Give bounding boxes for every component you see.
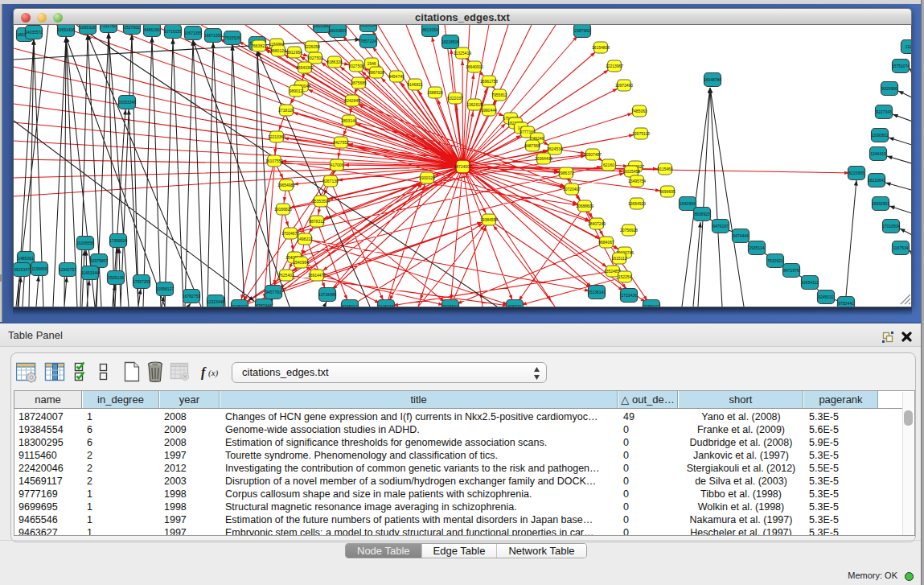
svg-text:8660124: 8660124 <box>270 48 286 53</box>
svg-text:12093822: 12093822 <box>871 133 889 138</box>
svg-text:8242845: 8242845 <box>344 98 360 103</box>
svg-text:17359924: 17359924 <box>109 238 127 243</box>
svg-text:8878312: 8878312 <box>309 219 325 224</box>
svg-text:18407249: 18407249 <box>588 221 606 226</box>
svg-text:1362615: 1362615 <box>466 102 483 107</box>
svg-text:16640910: 16640910 <box>466 64 483 69</box>
svg-text:1930028: 1930028 <box>419 175 435 180</box>
svg-text:8318054: 8318054 <box>360 25 376 27</box>
svg-text:9146821: 9146821 <box>407 82 423 87</box>
svg-text:13654923: 13654923 <box>628 201 646 206</box>
svg-text:417006: 417006 <box>331 163 344 167</box>
svg-text:989012: 989012 <box>290 89 303 93</box>
svg-text:20691406: 20691406 <box>57 27 75 32</box>
svg-text:12942757: 12942757 <box>59 267 76 272</box>
svg-text:8471676: 8471676 <box>783 268 799 273</box>
svg-text:8427552: 8427552 <box>333 140 349 145</box>
svg-text:16154808: 16154808 <box>592 45 610 50</box>
svg-text:16782759: 16782759 <box>183 294 200 299</box>
svg-text:20053346: 20053346 <box>118 100 136 105</box>
svg-text:15692951: 15692951 <box>872 201 889 206</box>
svg-text:1498222: 1498222 <box>297 237 313 241</box>
svg-text:12323448: 12323448 <box>207 299 224 304</box>
svg-text:10654112: 10654112 <box>801 280 819 285</box>
svg-text:9227343: 9227343 <box>876 109 892 114</box>
svg-text:10719155: 10719155 <box>164 29 182 34</box>
svg-text:3624534: 3624534 <box>547 146 563 151</box>
svg-text:1117: 1117 <box>906 44 912 49</box>
svg-text:62160: 62160 <box>603 163 614 167</box>
svg-text:9327503: 9327503 <box>307 56 323 60</box>
svg-text:13716485: 13716485 <box>318 292 336 297</box>
svg-text:9329966: 9329966 <box>881 86 897 91</box>
svg-text:6322037: 6322037 <box>447 96 463 101</box>
svg-text:14035572: 14035572 <box>25 30 43 35</box>
svg-text:2387682: 2387682 <box>574 28 590 33</box>
svg-text:3912954: 3912954 <box>286 50 302 55</box>
svg-text:18218506: 18218506 <box>441 39 459 44</box>
svg-text:10720407: 10720407 <box>563 187 581 192</box>
svg-text:8938923: 8938923 <box>694 212 710 216</box>
svg-text:16648784: 16648784 <box>704 77 721 82</box>
svg-text:32975867: 32975867 <box>90 258 108 263</box>
svg-text:2505135: 2505135 <box>108 275 124 280</box>
svg-text:1167534: 1167534 <box>893 245 908 250</box>
svg-text:2935114: 2935114 <box>749 245 764 250</box>
svg-text:10958127: 10958127 <box>156 286 174 291</box>
svg-text:8454749: 8454749 <box>388 74 405 79</box>
svg-text:10688609: 10688609 <box>576 204 593 208</box>
svg-text:17010504: 17010504 <box>882 224 900 229</box>
svg-text:15353594: 15353594 <box>312 199 330 204</box>
svg-text:8267130: 8267130 <box>322 179 339 183</box>
svg-text:7515526: 7515526 <box>224 35 240 40</box>
svg-text:6699695: 6699695 <box>659 189 676 194</box>
svg-text:13495754: 13495754 <box>628 179 646 183</box>
svg-text:8813054: 8813054 <box>422 27 438 32</box>
svg-text:12213967: 12213967 <box>606 64 623 68</box>
svg-text:3915347: 3915347 <box>14 267 30 272</box>
svg-text:9327508: 9327508 <box>348 64 364 68</box>
svg-text:1603380: 1603380 <box>314 25 330 28</box>
svg-text:9245032: 9245032 <box>818 295 834 299</box>
svg-text:17004678: 17004678 <box>281 231 299 236</box>
svg-text:16961758: 16961758 <box>480 79 498 84</box>
svg-text:16107552: 16107552 <box>265 159 283 163</box>
svg-text:11325419: 11325419 <box>454 51 471 56</box>
svg-text:10671355: 10671355 <box>184 31 202 35</box>
svg-text:f: f <box>201 365 207 380</box>
svg-text:7632621: 7632621 <box>767 258 783 263</box>
svg-text:9457791: 9457791 <box>265 290 281 295</box>
svg-text:8186328: 8186328 <box>326 60 343 64</box>
svg-text:9750441: 9750441 <box>838 301 854 306</box>
svg-text:15136141: 15136141 <box>588 290 606 295</box>
svg-text:5226058: 5226058 <box>304 44 320 49</box>
svg-text:1485061: 1485061 <box>18 256 34 261</box>
svg-text:17957255: 17957255 <box>133 279 150 284</box>
svg-text:1640954: 1640954 <box>680 201 696 206</box>
svg-text:7625402: 7625402 <box>278 273 294 278</box>
svg-text:9115460: 9115460 <box>657 167 672 171</box>
svg-text:2718126: 2718126 <box>278 108 294 113</box>
svg-text:10507487: 10507487 <box>584 152 602 157</box>
svg-text:10025458: 10025458 <box>622 169 640 174</box>
svg-text:6479197: 6479197 <box>713 224 729 229</box>
svg-text:2867608: 2867608 <box>368 70 384 75</box>
svg-text:6487568: 6487568 <box>524 143 540 148</box>
svg-text:1540994: 1540994 <box>293 260 309 265</box>
svg-text:1244419: 1244419 <box>870 151 886 156</box>
svg-text:1527602: 1527602 <box>124 25 140 30</box>
svg-text:7955812: 7955812 <box>491 93 507 97</box>
svg-text:1065328: 1065328 <box>80 25 96 30</box>
svg-text:1615112: 1615112 <box>611 256 626 261</box>
svg-text:7132760: 7132760 <box>101 25 117 28</box>
svg-text:16210643: 16210643 <box>868 178 885 183</box>
svg-text:10973493: 10973493 <box>615 83 633 88</box>
svg-text:8215955: 8215955 <box>848 171 864 175</box>
svg-text:16543362: 16543362 <box>296 65 314 70</box>
svg-text:7663822: 7663822 <box>251 43 267 48</box>
svg-text:6466160: 6466160 <box>144 27 160 32</box>
svg-text:1990444: 1990444 <box>481 108 497 113</box>
svg-text:9474444: 9474444 <box>733 233 749 238</box>
svg-text:16033809: 16033809 <box>329 28 347 33</box>
svg-text:18724007: 18724007 <box>454 164 471 169</box>
